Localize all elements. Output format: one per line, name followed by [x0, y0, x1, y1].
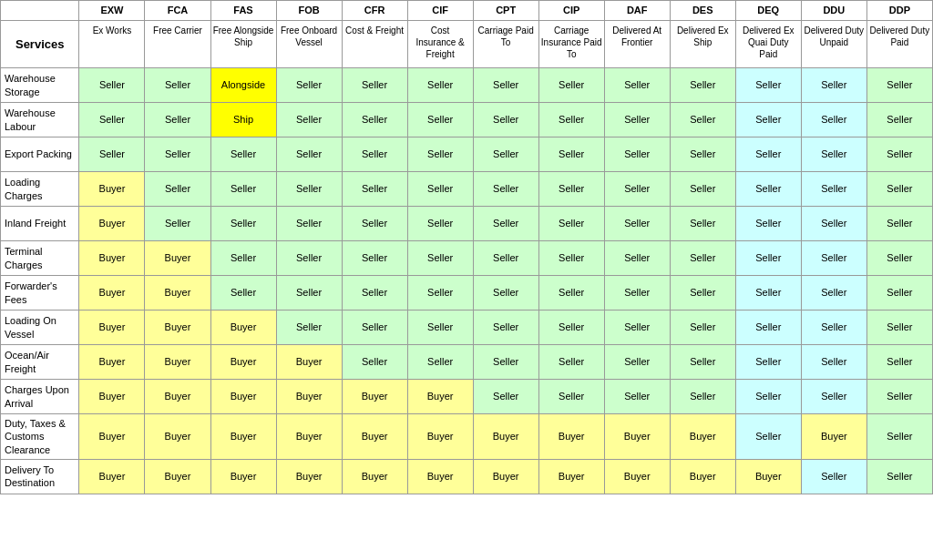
data-cell: Seller: [801, 172, 866, 207]
data-cell: Buyer: [79, 276, 145, 311]
data-cell: Seller: [735, 345, 801, 380]
data-cell: Seller: [670, 137, 735, 172]
data-cell: Seller: [866, 311, 932, 345]
subheader-fca: Free Carrier: [145, 21, 210, 68]
data-cell: Seller: [145, 207, 210, 241]
data-cell: Seller: [538, 311, 604, 345]
data-cell: Seller: [801, 276, 866, 311]
data-cell: Seller: [276, 103, 342, 137]
data-cell: Seller: [670, 207, 735, 241]
header-cip: CIP: [538, 1, 604, 21]
data-cell: Seller: [604, 241, 670, 276]
data-cell: Seller: [407, 207, 473, 241]
data-cell: Seller: [604, 380, 670, 414]
data-cell: Seller: [604, 345, 670, 380]
data-cell: Buyer: [79, 414, 145, 460]
data-cell: Seller: [866, 207, 932, 241]
data-cell: Seller: [801, 380, 866, 414]
subheader-exw: Ex Works: [79, 21, 145, 68]
data-cell: Buyer: [801, 414, 866, 460]
incoterms-table-wrapper: EXW FCA FAS FOB CFR CIF CPT CIP DAF DES …: [0, 0, 933, 494]
data-cell: Seller: [801, 103, 866, 137]
data-cell: Buyer: [79, 345, 145, 380]
data-cell: Seller: [670, 380, 735, 414]
data-cell: Seller: [407, 137, 473, 172]
data-cell: Seller: [670, 68, 735, 103]
data-cell: Buyer: [79, 172, 145, 207]
table-row: Export PackingSellerSellerSellerSellerSe…: [1, 137, 933, 172]
data-cell: Seller: [276, 241, 342, 276]
data-cell: Buyer: [79, 207, 145, 241]
data-cell: Seller: [210, 207, 276, 241]
table-row: Inland FreightBuyerSellerSellerSellerSel…: [1, 207, 933, 241]
data-cell: Seller: [670, 172, 735, 207]
data-cell: Seller: [538, 207, 604, 241]
data-cell: Buyer: [210, 459, 276, 494]
data-cell: Seller: [407, 68, 473, 103]
data-cell: Seller: [473, 68, 538, 103]
data-cell: Buyer: [79, 311, 145, 345]
data-cell: Seller: [866, 380, 932, 414]
table-row: Duty, Taxes & Customs ClearanceBuyerBuye…: [1, 414, 933, 460]
data-cell: Buyer: [145, 241, 210, 276]
data-cell: Seller: [473, 311, 538, 345]
data-cell: Seller: [801, 68, 866, 103]
service-name-cell: Terminal Charges: [1, 241, 79, 276]
table-row: Delivery To DestinationBuyerBuyerBuyerBu…: [1, 459, 933, 494]
table-row: Warehouse LabourSellerSellerShipSellerSe…: [1, 103, 933, 137]
data-cell: Buyer: [604, 459, 670, 494]
data-cell: Buyer: [407, 380, 473, 414]
data-cell: Alongside: [210, 68, 276, 103]
data-cell: Buyer: [473, 459, 538, 494]
data-cell: Seller: [276, 276, 342, 311]
data-cell: Buyer: [407, 414, 473, 460]
header-cpt: CPT: [473, 1, 538, 21]
data-cell: Seller: [145, 103, 210, 137]
data-cell: Seller: [604, 137, 670, 172]
data-cell: Seller: [342, 241, 407, 276]
data-cell: Seller: [866, 276, 932, 311]
data-cell: Seller: [145, 172, 210, 207]
service-name-cell: Loading Charges: [1, 172, 79, 207]
data-cell: Seller: [473, 345, 538, 380]
data-cell: Seller: [407, 103, 473, 137]
data-cell: Buyer: [604, 414, 670, 460]
data-cell: Seller: [670, 311, 735, 345]
table-row: Terminal ChargesBuyerBuyerSellerSellerSe…: [1, 241, 933, 276]
subheader-ddp: Delivered Duty Paid: [866, 21, 932, 68]
data-cell: Seller: [735, 172, 801, 207]
data-cell: Seller: [407, 311, 473, 345]
header-fob: FOB: [276, 1, 342, 21]
header-daf: DAF: [604, 1, 670, 21]
data-cell: Buyer: [276, 380, 342, 414]
data-cell: Seller: [145, 137, 210, 172]
service-name-cell: Ocean/Air Freight: [1, 345, 79, 380]
data-cell: Seller: [604, 68, 670, 103]
data-cell: Seller: [210, 276, 276, 311]
incoterms-table: EXW FCA FAS FOB CFR CIF CPT CIP DAF DES …: [0, 0, 933, 494]
data-cell: Seller: [735, 380, 801, 414]
table-row: Warehouse StorageSellerSellerAlongsideSe…: [1, 68, 933, 103]
data-cell: Seller: [473, 276, 538, 311]
data-cell: Seller: [407, 241, 473, 276]
service-name-cell: Warehouse Labour: [1, 103, 79, 137]
data-cell: Seller: [276, 311, 342, 345]
data-cell: Seller: [407, 172, 473, 207]
header-exw: EXW: [79, 1, 145, 21]
data-cell: Seller: [670, 103, 735, 137]
data-cell: Seller: [801, 241, 866, 276]
data-cell: Seller: [604, 276, 670, 311]
data-cell: Seller: [538, 241, 604, 276]
services-label: Services: [1, 21, 79, 68]
service-name-cell: Duty, Taxes & Customs Clearance: [1, 414, 79, 460]
table-row: Loading ChargesBuyerSellerSellerSellerSe…: [1, 172, 933, 207]
data-cell: Seller: [866, 345, 932, 380]
data-cell: Seller: [866, 459, 932, 494]
data-cell: Seller: [276, 137, 342, 172]
subheader-ddu: Delivered Duty Unpaid: [801, 21, 866, 68]
data-cell: Seller: [538, 103, 604, 137]
data-cell: Seller: [735, 103, 801, 137]
data-cell: Seller: [342, 311, 407, 345]
data-cell: Buyer: [342, 414, 407, 460]
subheader-cpt: Carriage Paid To: [473, 21, 538, 68]
